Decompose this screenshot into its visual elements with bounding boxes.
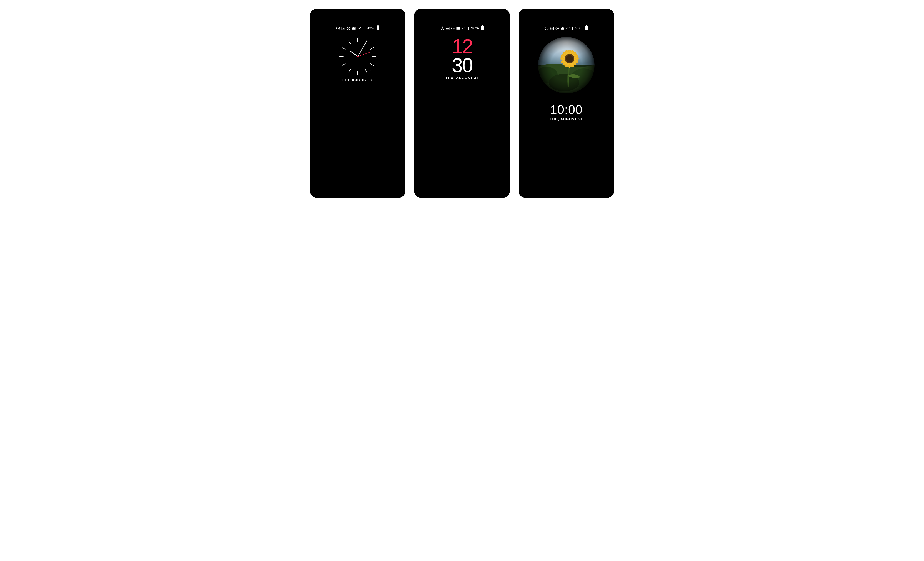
battery-icon <box>481 26 484 30</box>
svg-line-11 <box>365 69 367 72</box>
svg-line-9 <box>370 48 374 50</box>
status-bar: 98% <box>414 26 510 30</box>
missed-call-icon <box>566 26 570 30</box>
status-icons <box>440 26 465 30</box>
battery-percent: 98% <box>367 26 375 30</box>
battery-percent: 98% <box>575 26 583 30</box>
svg-line-10 <box>370 64 374 65</box>
analog-clock <box>338 37 377 76</box>
alarm-icon <box>555 26 560 30</box>
svg-line-14 <box>342 48 345 50</box>
svg-line-18 <box>358 43 366 57</box>
digital-clock: 12 30 <box>414 37 510 75</box>
alarm-icon <box>451 26 455 30</box>
mail-icon <box>352 26 356 30</box>
svg-line-17 <box>350 51 358 57</box>
clock-minute: 30 <box>414 56 510 75</box>
status-bar: 98% <box>519 26 614 30</box>
status-divider <box>364 27 364 30</box>
battery-icon <box>585 26 588 30</box>
svg-line-15 <box>349 41 351 44</box>
svg-point-51 <box>566 55 573 62</box>
date-label: THU, AUGUST 31 <box>519 117 614 121</box>
mail-icon <box>560 26 565 30</box>
aod-analog-screen: 98% <box>310 9 405 198</box>
aod-photo-screen: 98% <box>519 9 614 198</box>
svg-line-13 <box>342 64 345 65</box>
battery-icon <box>376 26 380 30</box>
digital-clock: 10:00 <box>519 102 614 117</box>
sync-icon <box>440 26 445 30</box>
picture-icon <box>341 26 345 30</box>
status-divider <box>468 27 468 30</box>
alarm-icon <box>346 26 351 30</box>
aod-photo <box>538 37 594 93</box>
clock-hour: 12 <box>414 37 510 56</box>
svg-line-12 <box>349 69 351 72</box>
mail-icon <box>456 26 460 30</box>
aod-digital-screen: 98% 12 30 THU, AUGUST 31 <box>414 9 510 198</box>
status-icons <box>336 26 361 30</box>
missed-call-icon <box>461 26 465 30</box>
picture-icon <box>550 26 554 30</box>
svg-line-19 <box>358 52 371 57</box>
date-label: THU, AUGUST 31 <box>310 78 405 82</box>
missed-call-icon <box>357 26 361 30</box>
picture-icon <box>446 26 450 30</box>
status-bar: 98% <box>310 26 405 30</box>
status-icons <box>544 26 570 30</box>
sync-icon <box>544 26 549 30</box>
sync-icon <box>336 26 340 30</box>
sunflower-image <box>538 37 594 93</box>
date-label: THU, AUGUST 31 <box>414 76 510 80</box>
battery-percent: 98% <box>471 26 479 30</box>
status-divider <box>572 27 573 30</box>
svg-point-20 <box>357 56 358 57</box>
